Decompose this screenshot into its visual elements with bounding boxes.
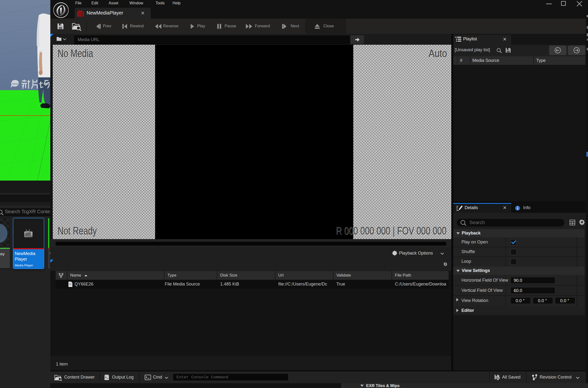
svg-text:new: new [12, 82, 18, 86]
